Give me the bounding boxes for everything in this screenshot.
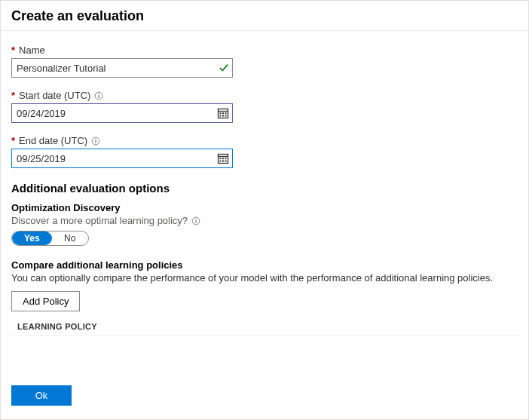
name-label: * Name: [11, 44, 518, 56]
name-input-wrap: [11, 58, 233, 78]
field-end-date: * End date (UTC): [11, 135, 518, 168]
info-icon[interactable]: [91, 136, 100, 146]
optimization-toggle[interactable]: Yes No: [11, 231, 89, 246]
required-asterisk: *: [11, 90, 15, 101]
info-icon[interactable]: [94, 91, 103, 100]
start-date-label: * Start date (UTC): [11, 90, 518, 101]
toggle-yes[interactable]: Yes: [12, 231, 52, 245]
svg-rect-6: [222, 112, 224, 114]
panel-footer: Ok: [11, 385, 72, 406]
optimization-description: Discover a more optimal learning policy?: [11, 215, 518, 226]
svg-rect-7: [225, 112, 227, 114]
compare-policies-section: Compare additional learning policies You…: [11, 259, 518, 336]
svg-rect-16: [220, 158, 222, 159]
end-date-label: * End date (UTC): [11, 135, 518, 146]
svg-rect-21: [225, 161, 227, 162]
required-asterisk: *: [11, 44, 15, 56]
svg-rect-19: [220, 161, 222, 162]
learning-policy-column-header: LEARNING POLICY: [11, 322, 518, 336]
optimization-title: Optimization Discovery: [11, 202, 518, 213]
svg-rect-12: [96, 140, 96, 143]
svg-rect-10: [225, 115, 227, 117]
name-input[interactable]: [11, 58, 233, 78]
info-icon[interactable]: [191, 216, 200, 225]
compare-title: Compare additional learning policies: [11, 259, 518, 271]
field-start-date: * Start date (UTC): [11, 90, 518, 123]
svg-rect-1: [99, 95, 99, 98]
optimization-discovery-section: Optimization Discovery Discover a more o…: [11, 202, 518, 246]
svg-rect-17: [222, 158, 224, 159]
start-date-input[interactable]: [11, 103, 233, 123]
checkmark-icon: [219, 63, 229, 73]
toggle-no[interactable]: No: [52, 231, 88, 245]
svg-rect-8: [220, 115, 222, 117]
ok-button[interactable]: Ok: [11, 385, 72, 406]
end-date-label-text: End date (UTC): [19, 135, 87, 146]
svg-point-2: [99, 93, 99, 94]
end-date-input-wrap: [11, 149, 233, 168]
required-asterisk: *: [11, 135, 15, 146]
panel-body: * Name * Start date (UTC): [1, 31, 528, 360]
start-date-input-wrap: [11, 103, 233, 123]
name-label-text: Name: [19, 44, 45, 56]
svg-point-13: [95, 138, 96, 139]
panel-header: Create an evaluation: [1, 1, 528, 31]
add-policy-button[interactable]: Add Policy: [11, 291, 80, 311]
svg-rect-9: [222, 115, 224, 117]
svg-rect-5: [220, 112, 222, 114]
compare-description: You can optionally compare the performan…: [11, 272, 518, 284]
svg-point-24: [195, 218, 196, 219]
optimization-description-text: Discover a more optimal learning policy?: [11, 215, 188, 226]
calendar-icon[interactable]: [217, 152, 229, 164]
start-date-label-text: Start date (UTC): [19, 90, 90, 101]
page-title: Create an evaluation: [11, 8, 518, 24]
svg-rect-18: [225, 158, 227, 159]
svg-rect-23: [196, 220, 197, 223]
field-name: * Name: [11, 44, 518, 78]
end-date-input[interactable]: [11, 149, 233, 168]
svg-rect-20: [222, 161, 224, 162]
create-evaluation-panel: Create an evaluation * Name * Start date…: [0, 0, 529, 420]
additional-options-heading: Additional evaluation options: [11, 182, 518, 195]
calendar-icon[interactable]: [217, 107, 229, 119]
